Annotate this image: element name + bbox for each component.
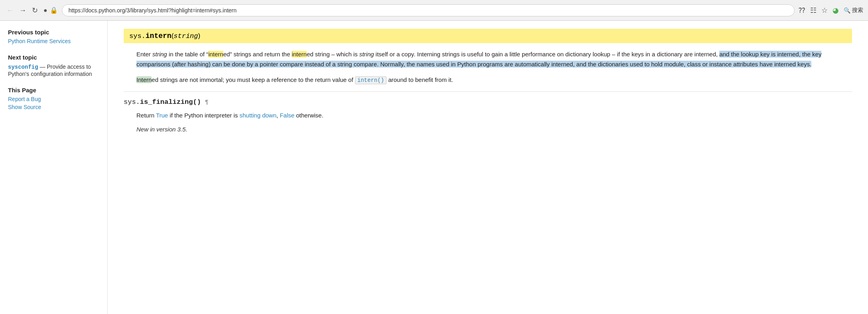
security-icons: ● 🔒 bbox=[43, 6, 58, 14]
this-page-title: This Page bbox=[8, 87, 99, 93]
true-link[interactable]: True bbox=[156, 112, 168, 119]
back-button[interactable]: ← bbox=[5, 5, 15, 16]
false-link[interactable]: False bbox=[280, 112, 294, 119]
version-note: New in version 3.5. bbox=[136, 126, 852, 133]
browser-chrome: ← → ↻ ● 🔒 https://docs.python.org/3/libr… bbox=[0, 0, 868, 21]
previous-topic-title: Previous topic bbox=[8, 29, 99, 36]
grid-icon[interactable]: ⁇ bbox=[799, 6, 805, 15]
sidebar-next-section: Next topic sysconfig — Provide access to… bbox=[8, 54, 99, 77]
sidebar-this-page-section: This Page Report a Bug Show Source bbox=[8, 87, 99, 110]
func2-desc: Return True if the Python interpreter is… bbox=[136, 111, 852, 121]
func1-intern-highlight2: intern bbox=[292, 51, 307, 58]
forward-button[interactable]: → bbox=[18, 5, 28, 16]
func2-signature: sys.is_finalizing() ¶ bbox=[124, 98, 852, 106]
next-topic-title: Next topic bbox=[8, 54, 99, 61]
func1-string-italic2: string bbox=[359, 51, 374, 58]
extension-icon[interactable]: ◕ bbox=[832, 6, 839, 15]
func1-signature: sys.intern(string) bbox=[124, 29, 852, 43]
reader-icon[interactable]: ☷ bbox=[810, 6, 817, 15]
func2-para: ¶ bbox=[205, 99, 208, 105]
func1-intern-highlight1: intern bbox=[208, 51, 223, 58]
show-source-link[interactable]: Show Source bbox=[8, 104, 99, 110]
func1-prefix: sys. bbox=[129, 32, 146, 40]
func1-string-italic1: string bbox=[152, 51, 167, 58]
next-topic-code: sysconfig bbox=[8, 64, 38, 70]
func1-intern-highlight3: Intern bbox=[136, 76, 152, 83]
search-icon: 🔍 bbox=[844, 7, 850, 14]
page-layout: Previous topic Python Runtime Services N… bbox=[0, 21, 868, 314]
nav-buttons: ← → ↻ bbox=[5, 5, 39, 16]
browser-actions: ⁇ ☷ ☆ ◕ 🔍 搜索 bbox=[799, 6, 863, 15]
reload-button[interactable]: ↻ bbox=[30, 5, 39, 16]
func2-name: is_finalizing bbox=[140, 98, 193, 106]
func1-param: string bbox=[174, 32, 198, 40]
shield-icon: ● bbox=[43, 7, 47, 14]
search-label: 搜索 bbox=[852, 7, 863, 14]
func1-desc1: Enter string in the table of “interned” … bbox=[136, 50, 852, 70]
lock-icon: 🔒 bbox=[50, 6, 58, 14]
next-topic-content: sysconfig — Provide access to Python's c… bbox=[8, 63, 99, 77]
func1-desc2: Interned strings are not immortal; you m… bbox=[136, 75, 852, 85]
address-bar[interactable]: https://docs.python.org/3/library/sys.ht… bbox=[62, 4, 795, 16]
func2-prefix: sys. bbox=[124, 98, 140, 106]
shutting-down-link[interactable]: shutting down bbox=[239, 112, 276, 119]
sidebar-previous-section: Previous topic Python Runtime Services bbox=[8, 29, 99, 44]
sidebar: Previous topic Python Runtime Services N… bbox=[0, 21, 108, 314]
url-text: https://docs.python.org/3/library/sys.ht… bbox=[69, 7, 237, 14]
func1-name: intern bbox=[146, 32, 172, 40]
report-bug-link[interactable]: Report a Bug bbox=[8, 96, 99, 102]
intern-code-link[interactable]: intern() bbox=[355, 76, 387, 84]
previous-topic-link[interactable]: Python Runtime Services bbox=[8, 38, 99, 44]
search-button[interactable]: 🔍 搜索 bbox=[844, 7, 863, 14]
bookmark-icon[interactable]: ☆ bbox=[821, 6, 828, 15]
next-topic-link[interactable]: sysconfig bbox=[8, 64, 40, 70]
main-content: sys.intern(string) Enter string in the t… bbox=[108, 21, 868, 314]
func1-blue-highlight: and the lookup key is interned, the key … bbox=[136, 51, 821, 68]
section-divider bbox=[124, 91, 852, 92]
